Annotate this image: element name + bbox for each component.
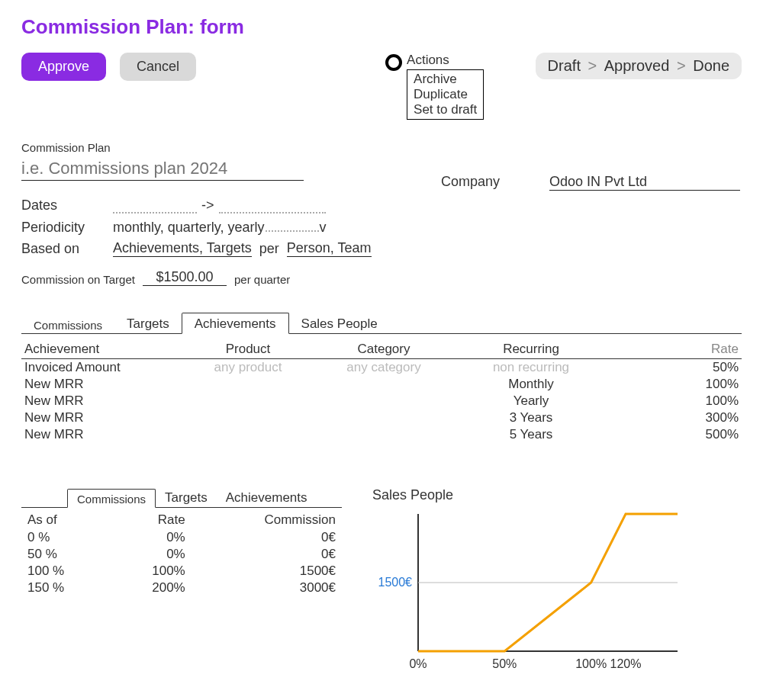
cell-recurring: Monthly: [452, 376, 610, 393]
svg-text:50%: 50%: [492, 657, 517, 670]
actions-dropdown[interactable]: Actions Archive Duplicate Set to draft: [385, 53, 484, 120]
svg-text:100%: 100%: [575, 657, 607, 670]
cell-product: any product: [180, 359, 316, 377]
cell-achievement: New MRR: [21, 393, 180, 409]
bullet-icon: [385, 54, 402, 71]
commission-on-target-input[interactable]: $1500.00: [143, 269, 227, 286]
cell-commission: 1500€: [192, 563, 342, 580]
status-sep-2: >: [677, 57, 686, 74]
svg-text:120%: 120%: [610, 657, 642, 670]
status-draft: Draft: [548, 57, 581, 74]
page-title: Commission Plan: form: [21, 15, 742, 39]
cell-recurring: Yearly: [452, 393, 610, 409]
cell-product: [180, 409, 316, 426]
status-approved: Approved: [604, 57, 670, 74]
table-row[interactable]: New MRR3 Years300%: [21, 409, 742, 426]
cell-as-of: 0 %: [21, 529, 110, 546]
status-sep-1: >: [588, 57, 597, 74]
tab-achievements[interactable]: Achievements: [182, 313, 289, 334]
periodicity-label: Periodicity: [21, 220, 113, 236]
cell-rate: 300%: [610, 409, 742, 426]
col-as-of: As of: [21, 511, 110, 529]
cell-rate: 200%: [110, 580, 192, 596]
commission-tiers-table: As of Rate Commission 0 %0%0€50 %0%0€100…: [21, 511, 342, 596]
col-product: Product: [180, 340, 316, 359]
tab-targets[interactable]: Targets: [114, 313, 182, 333]
cell-category: [316, 376, 452, 393]
col-rate: Rate: [610, 340, 742, 359]
table-row[interactable]: Invoiced Amountany productany categoryno…: [21, 359, 742, 377]
cell-as-of: 50 %: [21, 546, 110, 563]
cell-rate: 100%: [110, 563, 192, 580]
date-from-input[interactable]: [113, 200, 197, 214]
approve-button[interactable]: Approve: [21, 53, 106, 81]
lower-tab-achievements[interactable]: Achievements: [217, 487, 317, 507]
cell-commission: 0€: [192, 546, 342, 563]
cell-recurring: non recurring: [452, 359, 610, 377]
cell-product: [180, 426, 316, 443]
cell-recurring: 5 Years: [452, 426, 610, 443]
periodicity-select[interactable]: monthly, quarterly, yearlyv: [113, 218, 326, 236]
cell-commission: 3000€: [192, 580, 342, 596]
commission-curve-chart: 1500€0%50%100%120%: [372, 499, 693, 682]
cell-commission: 0€: [192, 529, 342, 546]
table-row[interactable]: 0 %0%0€: [21, 529, 342, 546]
actions-label: Actions: [407, 53, 484, 68]
based-on-select[interactable]: Achievements, Targets: [113, 240, 252, 257]
cell-category: [316, 409, 452, 426]
cell-category: [316, 393, 452, 409]
achievements-table: Achievement Product Category Recurring R…: [21, 340, 742, 443]
col-recurring: Recurring: [452, 340, 610, 359]
svg-text:1500€: 1500€: [378, 576, 413, 589]
col-rate2: Rate: [110, 511, 192, 529]
based-on-label: Based on: [21, 241, 113, 257]
plan-name-input[interactable]: [21, 157, 304, 181]
status-done: Done: [693, 57, 729, 74]
col-commission: Commission: [192, 511, 342, 529]
cell-product: [180, 393, 316, 409]
cell-rate: 500%: [610, 426, 742, 443]
commission-on-target-label: Commission on Target: [21, 273, 135, 286]
svg-text:0%: 0%: [409, 657, 427, 670]
cell-achievement: New MRR: [21, 426, 180, 443]
col-category: Category: [316, 340, 452, 359]
dates-label: Dates: [21, 197, 113, 214]
cell-achievement: New MRR: [21, 376, 180, 393]
cell-category: [316, 426, 452, 443]
table-row[interactable]: New MRR5 Years500%: [21, 426, 742, 443]
cell-as-of: 100 %: [21, 563, 110, 580]
cell-rate: 100%: [610, 393, 742, 409]
lower-tab-commissions[interactable]: Commissions: [67, 489, 156, 508]
cell-as-of: 150 %: [21, 580, 110, 596]
action-archive[interactable]: Archive: [414, 72, 477, 87]
cell-rate: 100%: [610, 376, 742, 393]
cell-achievement: Invoiced Amount: [21, 359, 180, 377]
company-select[interactable]: Odoo IN Pvt Ltd: [549, 174, 740, 191]
plan-section-label: Commission Plan: [21, 141, 742, 154]
company-label: Company: [441, 174, 500, 189]
action-duplicate[interactable]: Duplicate: [414, 87, 477, 102]
cell-rate: 0%: [110, 546, 192, 563]
cell-category: any category: [316, 359, 452, 377]
cell-achievement: New MRR: [21, 409, 180, 426]
table-row[interactable]: 150 %200%3000€: [21, 580, 342, 596]
date-to-input[interactable]: [219, 200, 326, 214]
col-achievement: Achievement: [21, 340, 180, 359]
commission-on-target-period: per quarter: [234, 273, 290, 286]
table-row[interactable]: 50 %0%0€: [21, 546, 342, 563]
per-label: per: [259, 241, 279, 257]
table-row[interactable]: New MRRYearly100%: [21, 393, 742, 409]
status-bar: Draft > Approved > Done: [536, 53, 742, 79]
cell-rate: 50%: [610, 359, 742, 377]
cell-recurring: 3 Years: [452, 409, 610, 426]
tab-commissions[interactable]: Commissions: [21, 316, 114, 333]
dates-arrow: ->: [201, 197, 214, 214]
scope-select[interactable]: Person, Team: [287, 240, 372, 257]
tab-sales-people[interactable]: Sales People: [289, 313, 390, 333]
table-row[interactable]: New MRRMonthly100%: [21, 376, 742, 393]
cell-rate: 0%: [110, 529, 192, 546]
table-row[interactable]: 100 %100%1500€: [21, 563, 342, 580]
action-set-to-draft[interactable]: Set to draft: [414, 102, 477, 117]
cancel-button[interactable]: Cancel: [120, 53, 196, 81]
lower-tab-targets[interactable]: Targets: [156, 487, 217, 507]
